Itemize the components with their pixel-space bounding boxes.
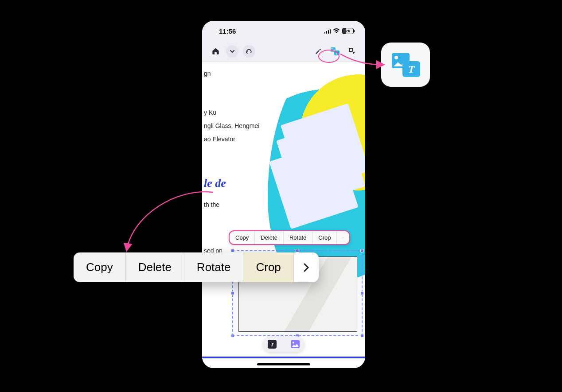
chevron-right-icon <box>303 262 310 273</box>
redo-icon[interactable] <box>243 45 255 58</box>
document-canvas[interactable]: gn y Ku ngli Glass, Hengmei ao Elevator … <box>202 62 365 368</box>
context-menu-item-rotate[interactable]: Rotate <box>184 252 244 282</box>
resize-handle[interactable] <box>360 334 364 338</box>
context-menu-item-copy[interactable]: Copy <box>74 252 126 282</box>
text-glyph-icon: T <box>402 61 420 77</box>
resize-handle[interactable] <box>231 249 234 252</box>
svg-text:T: T <box>336 51 338 55</box>
chevron-right-icon <box>343 235 343 241</box>
context-menu-enlarged: Copy Delete Rotate Crop <box>74 252 319 282</box>
svg-point-7 <box>293 342 294 344</box>
wifi-icon <box>333 28 340 34</box>
doc-line: ngli Glass, Hengmei <box>204 119 363 132</box>
svg-point-1 <box>332 48 332 49</box>
doc-line: gn <box>204 67 363 80</box>
app-toolbar: T <box>202 41 365 62</box>
cellular-signal-icon <box>324 29 331 34</box>
chevron-down-icon[interactable] <box>226 45 238 58</box>
context-menu-item-crop[interactable]: Crop <box>312 231 337 244</box>
context-menu-more[interactable] <box>337 231 349 244</box>
status-bar: 11:56 26 <box>202 21 365 41</box>
doc-line: ao Elevator <box>204 132 363 146</box>
context-menu-compact: Copy Delete Rotate Crop <box>229 230 350 245</box>
context-menu-item-delete[interactable]: Delete <box>126 252 184 282</box>
resize-handle[interactable] <box>231 291 234 295</box>
lasso-select-icon[interactable] <box>346 45 358 58</box>
resize-handle[interactable] <box>296 249 299 252</box>
callout-image-text-icon: T <box>381 43 430 87</box>
context-menu-more[interactable] <box>294 252 319 282</box>
home-indicator <box>257 363 310 365</box>
image-text-icon[interactable]: T <box>329 45 341 58</box>
battery-icon: 26 <box>342 28 354 34</box>
svg-text:T: T <box>270 341 274 348</box>
resize-handle[interactable] <box>360 291 364 295</box>
home-icon[interactable] <box>209 45 222 58</box>
status-indicators: 26 <box>324 28 354 34</box>
image-mode-icon[interactable] <box>290 339 301 349</box>
insert-mode-toolbar: T <box>263 336 304 352</box>
text-mode-icon[interactable]: T <box>267 339 277 349</box>
status-time: 11:56 <box>219 27 236 35</box>
context-menu-item-rotate[interactable]: Rotate <box>284 231 312 244</box>
highlighter-icon[interactable] <box>312 45 324 58</box>
context-menu-item-copy[interactable]: Copy <box>230 231 255 244</box>
doc-line: th the <box>204 198 363 211</box>
resize-handle[interactable] <box>231 334 234 338</box>
doc-heading: le de <box>204 177 363 190</box>
context-menu-item-crop[interactable]: Crop <box>243 252 293 282</box>
document-footer-strip <box>202 357 365 368</box>
doc-line: y Ku <box>204 106 363 119</box>
resize-handle[interactable] <box>360 249 364 252</box>
context-menu-item-delete[interactable]: Delete <box>255 231 284 244</box>
phone-device-frame: 11:56 26 <box>202 21 365 368</box>
